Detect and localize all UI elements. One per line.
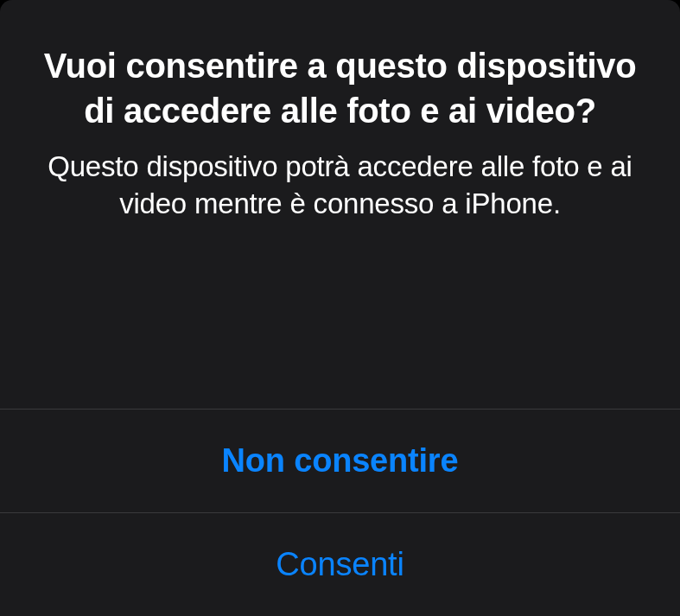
- alert-message: Questo dispositivo potrà accedere alle f…: [35, 149, 645, 223]
- deny-button[interactable]: Non consentire: [0, 409, 680, 512]
- alert-content: Vuoi consentire a questo dispositivo di …: [0, 0, 680, 409]
- alert-title: Vuoi consentire a questo dispositivo di …: [35, 43, 645, 133]
- allow-button[interactable]: Consenti: [0, 512, 680, 616]
- permission-alert: Vuoi consentire a questo dispositivo di …: [0, 0, 680, 616]
